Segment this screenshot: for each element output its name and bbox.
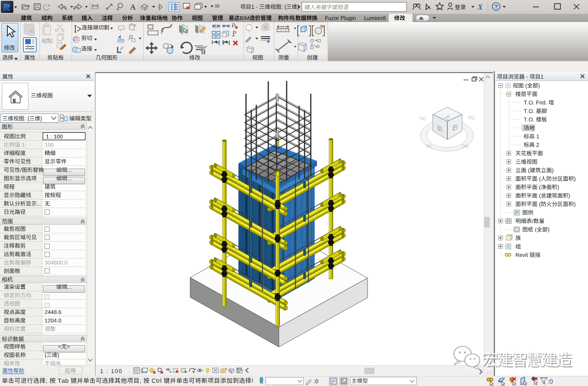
svg-text:?: ? (494, 3, 498, 10)
svg-text:A: A (130, 3, 136, 11)
svg-text:X: X (477, 3, 483, 11)
